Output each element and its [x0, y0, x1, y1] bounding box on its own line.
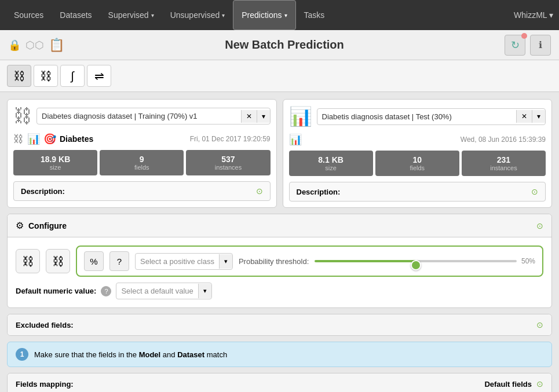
configure-body: ⛓ ⛓ % ? Select a positive class ▾ Probab… [8, 237, 551, 307]
default-numeric-select[interactable]: Select a default value [116, 283, 198, 299]
info-dataset-text: Dataset [177, 350, 204, 359]
probability-label: Probability threshold: [239, 257, 309, 266]
positive-class-select[interactable]: Select a positive class [136, 254, 219, 269]
fields-mapping-collapse-icon: ⊙ [536, 379, 543, 389]
fields-mapping-header[interactable]: Fields mapping: Default fields ⊙ [8, 373, 551, 392]
fields-mapping-title: Fields mapping: [16, 380, 74, 389]
default-numeric-select-wrap[interactable]: Select a default value ▾ [116, 283, 211, 299]
user-menu[interactable]: WhizzML ▾ [514, 10, 553, 20]
tab-linear[interactable]: ∫ [60, 65, 85, 87]
nav-item-predictions[interactable]: Predictions ▾ [233, 0, 295, 30]
configure-section: ⚙ Configure ⊙ ⛓ ⛓ % ? Select a positive … [7, 214, 552, 308]
left-stat-fields: 9 fields [100, 150, 184, 175]
left-description-toggle-icon: ⊙ [256, 186, 263, 196]
refresh-icon: ↻ [511, 39, 520, 52]
model-icon-btn-2[interactable]: ⛓ [46, 249, 70, 273]
left-model-icon1: ⛓ [13, 133, 24, 145]
nav-item-datasets[interactable]: Datasets [52, 0, 100, 30]
excluded-fields-section: Excluded fields: ⊙ [7, 314, 552, 336]
nav-item-supervised[interactable]: Supervised ▾ [100, 0, 162, 30]
left-stat-instances-val: 537 [191, 155, 265, 164]
right-description-toggle-icon: ⊙ [531, 187, 538, 196]
left-stat-fields-val: 9 [104, 155, 179, 164]
left-stat-size-lbl: size [18, 164, 93, 171]
left-dataset-panel: ⛓ Diabetes diagnosis dataset | Training … [7, 99, 277, 208]
probability-value: 50% [521, 257, 535, 265]
toolbar-icon-area: 📋 [49, 38, 64, 53]
right-stat-size-lbl: size [294, 164, 368, 171]
help-icon[interactable]: ? [101, 286, 111, 296]
help-circle-icon[interactable]: ? [109, 251, 129, 271]
left-stat-instances-lbl: instances [191, 164, 265, 171]
right-stat-fields-lbl: fields [380, 164, 455, 171]
toolbar: 🔒 ⬡⬡ 📋 New Batch Prediction ↻ ℹ [0, 30, 559, 60]
main-nav: Sources Datasets Supervised ▾ Unsupervis… [0, 0, 559, 30]
default-numeric-label: Default numeric value: [16, 287, 96, 295]
fields-mapping-section: Fields mapping: Default fields ⊙ [7, 373, 552, 392]
tab-ensemble2[interactable]: ⛓ [34, 65, 58, 87]
right-stat-size-val: 8.1 KB [294, 155, 368, 164]
right-stat-fields: 10 fields [375, 151, 459, 176]
percent-icon[interactable]: % [84, 251, 104, 271]
fields-default-label: Default fields [484, 380, 532, 389]
info-text: Make sure that the fields in the Model a… [34, 350, 227, 359]
right-stat-instances-lbl: instances [466, 164, 541, 171]
left-stats-row: 18.9 KB size 9 fields 537 instances [13, 150, 271, 175]
nodes-icon: ⬡⬡ [25, 39, 44, 52]
configure-header[interactable]: ⚙ Configure ⊙ [8, 214, 551, 237]
info-banner: 1 Make sure that the fields in the Model… [7, 342, 552, 367]
probability-slider[interactable] [315, 260, 517, 262]
info-icon: ℹ [539, 39, 542, 50]
right-stat-instances: 231 instances [462, 151, 546, 176]
right-description-row[interactable]: Description: ⊙ [289, 182, 546, 202]
right-dataset-clear-icon[interactable]: ✕ [516, 110, 532, 123]
tab-ensemble[interactable]: ⛓ [7, 65, 31, 87]
left-dataset-select[interactable]: Diabetes diagnosis dataset | Training (7… [37, 108, 241, 124]
left-dataset-date: Fri, 01 Dec 2017 19:20:59 [190, 135, 271, 143]
nav-item-unsupervised[interactable]: Unsupervised ▾ [162, 0, 233, 30]
tab-network[interactable]: ⇌ [87, 65, 111, 87]
positive-class-select-wrap[interactable]: Select a positive class ▾ [135, 253, 233, 270]
refresh-badge [521, 33, 527, 39]
left-dataset-clear-icon[interactable]: ✕ [241, 110, 257, 123]
left-dataset-icon: ⛓ [13, 105, 32, 127]
right-dataset-panel: 📊 Diabetis diagnosis dataset | Test (30%… [283, 99, 553, 208]
right-dataset-date: Wed, 08 Jun 2016 15:39:39 [461, 135, 546, 144]
positive-class-box: % ? Select a positive class ▾ Probabilit… [76, 246, 543, 277]
info-model-text: Model [139, 350, 161, 359]
right-stat-instances-val: 231 [466, 155, 541, 164]
right-description-label: Description: [297, 188, 341, 196]
right-dataset-select[interactable]: Diabetis diagnosis dataset | Test (30%) [317, 109, 517, 124]
right-stats-row: 8.1 KB size 10 fields 231 instances [289, 151, 546, 176]
model-icon-btn-1[interactable]: ⛓ [16, 249, 40, 273]
left-stat-fields-lbl: fields [104, 164, 179, 171]
unsupervised-arrow-icon: ▾ [222, 12, 225, 19]
left-stat-size: 18.9 KB size [13, 150, 97, 175]
right-stat-fields-val: 10 [380, 155, 455, 164]
left-dataset-dropdown-icon[interactable]: ▾ [257, 110, 270, 123]
left-stat-size-val: 18.9 KB [18, 155, 93, 164]
default-numeric-row: Default numeric value: ? Select a defaul… [16, 277, 543, 299]
excluded-fields-header[interactable]: Excluded fields: ⊙ [8, 314, 551, 335]
left-description-label: Description: [21, 187, 65, 196]
nav-item-sources[interactable]: Sources [6, 0, 52, 30]
main-content: ⛓ Diabetes diagnosis dataset | Training … [0, 92, 559, 392]
excluded-fields-title: Excluded fields: [16, 321, 74, 329]
info-button[interactable]: ℹ [530, 35, 551, 56]
right-chart-icon: 📊 [289, 133, 302, 146]
left-stat-instances: 537 instances [186, 150, 270, 175]
refresh-button[interactable]: ↻ [505, 35, 525, 56]
left-description-row[interactable]: Description: ⊙ [13, 181, 271, 201]
info-number-badge: 1 [16, 348, 28, 361]
right-dataset-dropdown-icon[interactable]: ▾ [532, 110, 545, 123]
right-stat-size: 8.1 KB size [289, 151, 373, 176]
probability-slider-wrap: 50% [315, 257, 535, 265]
positive-class-dropdown-icon[interactable]: ▾ [219, 254, 232, 269]
default-numeric-dropdown-icon[interactable]: ▾ [198, 284, 211, 298]
left-chart-icon: 📊 [27, 133, 40, 145]
configure-title: Configure [28, 221, 67, 230]
lock-icon: 🔒 [8, 39, 21, 52]
datasets-row: ⛓ Diabetes diagnosis dataset | Training … [7, 99, 552, 208]
page-title: New Batch Prediction [69, 38, 500, 52]
nav-item-tasks[interactable]: Tasks [296, 0, 333, 30]
